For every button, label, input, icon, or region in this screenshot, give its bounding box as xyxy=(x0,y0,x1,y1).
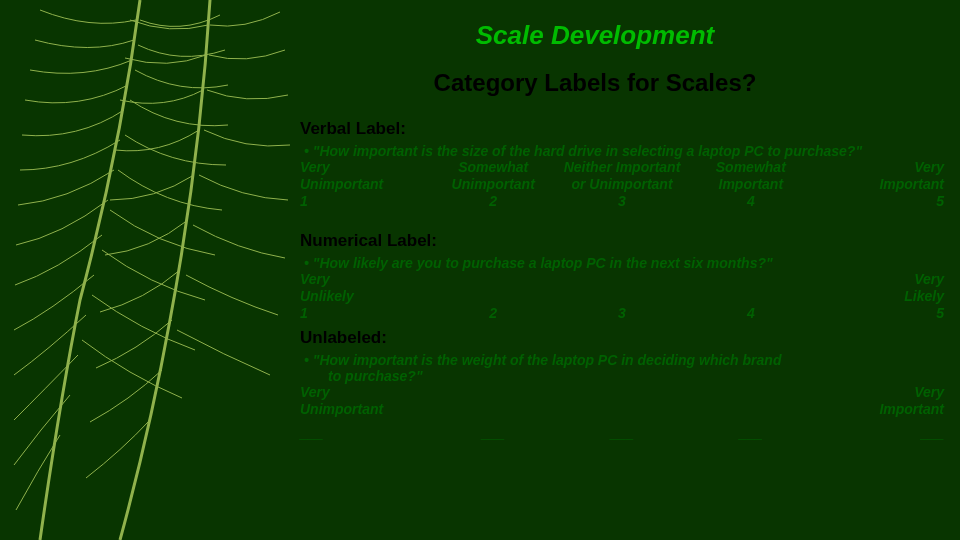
verbal-col1-l1: Very xyxy=(300,159,429,176)
verbal-col5-l1: Very xyxy=(815,159,944,176)
numerical-row-numbers: 1 2 3 4 5 xyxy=(300,305,944,322)
verbal-question-text: "How important is the size of the hard d… xyxy=(313,143,862,159)
unlabeled-question-l2: to purchase?" xyxy=(328,368,950,384)
section-numerical-label: Numerical Label: xyxy=(300,231,950,251)
bullet-icon: • xyxy=(304,143,313,159)
bullet-icon: • xyxy=(304,255,313,271)
num-right-num: 5 xyxy=(815,305,944,322)
page-title: Scale Development xyxy=(240,20,950,51)
unl-blank-1: ___ xyxy=(300,425,429,442)
unl-left-l1: Very xyxy=(300,384,429,401)
verbal-col4-l2: Important xyxy=(686,176,815,193)
unlabeled-question-l1: • "How important is the weight of the la… xyxy=(306,352,950,368)
num-left-l1: Very xyxy=(300,271,429,288)
unlabeled-row-l2: Unimportant Important xyxy=(300,401,944,418)
unl-blank-5: ___ xyxy=(815,425,944,442)
page-subtitle: Category Labels for Scales? xyxy=(240,69,950,97)
unlabeled-row-blanks: ___ ___ ___ ___ ___ xyxy=(300,425,944,442)
num-right-l1: Very xyxy=(815,271,944,288)
numerical-row-l2: Unlikely Likely xyxy=(300,288,944,305)
verbal-col2-num: 2 xyxy=(429,193,558,210)
verbal-col2-l1: Somewhat xyxy=(429,159,558,176)
bullet-icon: • xyxy=(304,352,313,368)
num-mid-2: 2 xyxy=(429,305,558,322)
section-verbal-label: Verbal Label: xyxy=(300,119,950,139)
unl-left-l2: Unimportant xyxy=(300,401,429,418)
num-mid-4: 4 xyxy=(686,305,815,322)
verbal-row-line1: Very Somewhat Neither Important Somewhat… xyxy=(300,159,944,176)
unl-blank-3: ___ xyxy=(558,425,687,442)
verbal-col1-l2: Unimportant xyxy=(300,176,429,193)
unl-blank-4: ___ xyxy=(686,425,815,442)
num-mid-3: 3 xyxy=(558,305,687,322)
numerical-question: • "How likely are you to purchase a lapt… xyxy=(306,255,950,271)
verbal-question: • "How important is the size of the hard… xyxy=(306,143,950,159)
verbal-col3-l1: Neither Important xyxy=(558,159,687,176)
unlabeled-row-l1: Very Very xyxy=(300,384,944,401)
numerical-question-text: "How likely are you to purchase a laptop… xyxy=(313,255,773,271)
verbal-col1-num: 1 xyxy=(300,193,429,210)
num-left-num: 1 xyxy=(300,305,429,322)
verbal-col3-l2: or Unimportant xyxy=(558,176,687,193)
verbal-row-line2: Unimportant Unimportant or Unimportant I… xyxy=(300,176,944,193)
num-left-l2: Unlikely xyxy=(300,288,429,305)
numerical-row-l1: Very Very xyxy=(300,271,944,288)
verbal-row-numbers: 1 2 3 4 5 xyxy=(300,193,944,210)
verbal-col5-num: 5 xyxy=(815,193,944,210)
verbal-col5-l2: Important xyxy=(815,176,944,193)
num-right-l2: Likely xyxy=(815,288,944,305)
verbal-col2-l2: Unimportant xyxy=(429,176,558,193)
verbal-col4-l1: Somewhat xyxy=(686,159,815,176)
section-unlabeled-label: Unlabeled: xyxy=(300,328,950,348)
verbal-col3-num: 3 xyxy=(558,193,687,210)
unl-blank-2: ___ xyxy=(429,425,558,442)
verbal-col4-num: 4 xyxy=(686,193,815,210)
unl-right-l1: Very xyxy=(815,384,944,401)
unl-right-l2: Important xyxy=(815,401,944,418)
unlabeled-q-text-1: "How important is the weight of the lapt… xyxy=(313,352,782,368)
